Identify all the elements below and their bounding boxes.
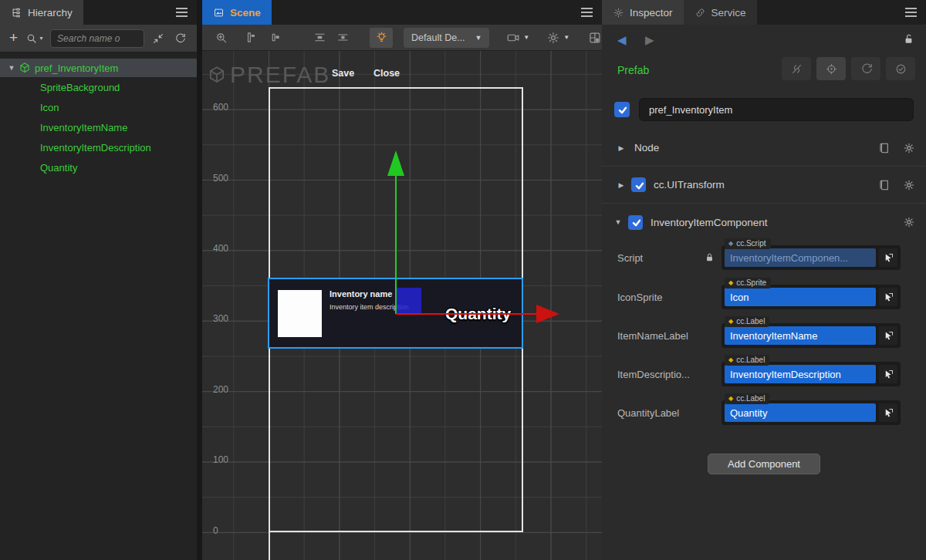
reference-value[interactable]: InventoryItemDescription: [725, 365, 876, 383]
reference-picker-button[interactable]: [879, 403, 897, 422]
reference-value[interactable]: Icon: [725, 288, 876, 306]
hierarchy-tabbar: Hierarchy: [0, 0, 197, 25]
align-left-icon[interactable]: [245, 31, 259, 44]
hierarchy-tree-icon: [11, 7, 22, 19]
unlock-icon[interactable]: [902, 32, 915, 46]
render-profile-dropdown[interactable]: Default De... ▼: [404, 28, 489, 48]
gizmo-y-axis[interactable]: [395, 176, 397, 314]
component-header-inventoryitemcomponent[interactable]: ▼ InventoryItemComponent: [602, 204, 926, 241]
caret-down-icon[interactable]: ▼: [6, 64, 17, 72]
history-back-button[interactable]: ◀: [617, 33, 627, 47]
collapse-all-icon[interactable]: [152, 32, 164, 45]
component-header-node[interactable]: ▶ Node: [602, 130, 926, 167]
gizmo-y-arrow-icon[interactable]: [387, 150, 404, 176]
ruler-label: 600: [213, 102, 228, 113]
add-component-button[interactable]: Add Component: [708, 454, 820, 474]
component-name: InventoryItemComponent: [651, 217, 768, 228]
reference-picker-button[interactable]: [879, 248, 897, 267]
hierarchy-search-input[interactable]: [50, 29, 144, 48]
property-field-itemnamelabel: ◆ cc.Label InventoryItemName: [722, 323, 901, 348]
gizmo-settings-dropdown[interactable]: ▼: [546, 31, 569, 45]
reference-type-chip: ◆ cc.Script: [725, 238, 771, 249]
tree-node-child[interactable]: Icon: [0, 97, 197, 117]
search-filter-button[interactable]: ▼: [25, 32, 44, 45]
caret-down-icon[interactable]: ▼: [613, 218, 624, 226]
gear-icon[interactable]: [903, 216, 915, 228]
tree-node-child[interactable]: Quantity: [0, 157, 197, 177]
distribute-horizontal-icon[interactable]: [336, 31, 350, 44]
tree-node-child[interactable]: SpriteBackground: [0, 77, 197, 97]
ruler-label: 200: [213, 384, 228, 395]
inspector-menu-icon[interactable]: [905, 12, 917, 13]
refresh-icon[interactable]: [174, 32, 186, 45]
ruler-label: 300: [213, 313, 228, 324]
caret-right-icon[interactable]: ▶: [616, 144, 627, 152]
unlink-icon: [790, 62, 803, 76]
tree-node-root[interactable]: ▼ pref_InventoryItem: [0, 59, 197, 77]
docs-book-icon[interactable]: [878, 142, 891, 154]
gear-icon[interactable]: [903, 179, 915, 191]
gizmo-x-arrow-icon[interactable]: [536, 305, 559, 323]
prefab-mode-label: Prefab: [617, 64, 649, 76]
tab-inspector[interactable]: Inspector: [602, 0, 684, 25]
component-header-uitransform[interactable]: ▶ cc.UITransform: [602, 167, 926, 204]
ruler-label: 500: [213, 173, 228, 184]
lighting-toggle-button[interactable]: [370, 28, 393, 48]
service-tab-label: Service: [711, 7, 746, 19]
reference-type-label: cc.Label: [736, 356, 765, 364]
distribute-vertical-icon[interactable]: [313, 31, 326, 44]
search-filter-caret-icon: ▼: [39, 35, 44, 41]
lightbulb-icon: [375, 31, 388, 44]
hierarchy-tab-label: Hierarchy: [28, 7, 73, 19]
target-icon: [825, 62, 838, 76]
inspector-body: ◀ ▶ Prefab ▶ Node: [602, 25, 926, 560]
history-forward-button[interactable]: ▶: [645, 33, 654, 47]
hierarchy-menu-icon[interactable]: [176, 12, 188, 13]
reference-type-label: cc.Label: [736, 317, 765, 326]
search-icon: [25, 32, 38, 45]
prefab-unlink-button[interactable]: [782, 57, 811, 80]
zoom-in-icon[interactable]: [215, 31, 228, 45]
gizmo-xy-plane-handle[interactable]: [396, 288, 421, 313]
component-enabled-checkbox[interactable]: [631, 177, 646, 192]
tab-hierarchy[interactable]: Hierarchy: [0, 0, 83, 25]
docs-book-icon[interactable]: [878, 179, 891, 191]
tree-node-child[interactable]: InventoryItemDescription: [0, 137, 197, 157]
item-name-text: Inventory name: [330, 289, 392, 299]
create-node-button[interactable]: +: [9, 29, 18, 46]
prefab-locate-button[interactable]: [816, 57, 846, 80]
caret-right-icon[interactable]: ▶: [616, 181, 627, 189]
reference-type-label: cc.Script: [736, 239, 765, 248]
inspector-panel: Inspector Service ◀ ▶ Prefab: [602, 0, 926, 560]
type-diamond-icon: ◆: [728, 240, 733, 247]
component-enabled-checkbox[interactable]: [628, 215, 643, 230]
align-center-icon[interactable]: [269, 31, 282, 44]
layout-grid-icon[interactable]: [588, 31, 602, 45]
reference-picker-button[interactable]: [879, 365, 897, 383]
render-profile-value: Default De...: [411, 32, 467, 43]
camera-settings-dropdown[interactable]: ▼: [506, 31, 529, 45]
reference-picker-button[interactable]: [879, 326, 897, 345]
gear-icon[interactable]: [903, 142, 915, 154]
link-icon: [694, 7, 706, 19]
reference-value[interactable]: InventoryItemName: [725, 326, 876, 345]
scene-tab-label: Scene: [230, 7, 261, 19]
tab-service[interactable]: Service: [684, 0, 757, 25]
reference-picker-button[interactable]: [879, 288, 897, 306]
reference-value[interactable]: Quantity: [725, 403, 876, 422]
cursor-picker-icon: [883, 330, 894, 342]
gizmo-x-axis[interactable]: [396, 313, 537, 315]
scene-viewport[interactable]: 600 500 400 300 200 100 0 PREFAB Save Cl…: [202, 51, 602, 560]
prefab-close-button[interactable]: Close: [373, 68, 400, 79]
tree-node-child[interactable]: InventoryItemName: [0, 117, 197, 137]
node-name-input[interactable]: [639, 98, 914, 121]
panel-splitter[interactable]: [197, 0, 202, 560]
prefab-save-button[interactable]: Save: [332, 68, 354, 79]
property-field-script: ◆ cc.Script InventoryItemComponen...: [722, 245, 901, 270]
prefab-restore-button[interactable]: [851, 57, 880, 80]
tab-scene[interactable]: Scene: [202, 0, 272, 25]
prefab-apply-button[interactable]: [886, 57, 915, 80]
scene-menu-icon[interactable]: [581, 12, 593, 13]
node-active-checkbox[interactable]: [614, 102, 630, 117]
reference-value[interactable]: InventoryItemComponen...: [725, 248, 876, 267]
